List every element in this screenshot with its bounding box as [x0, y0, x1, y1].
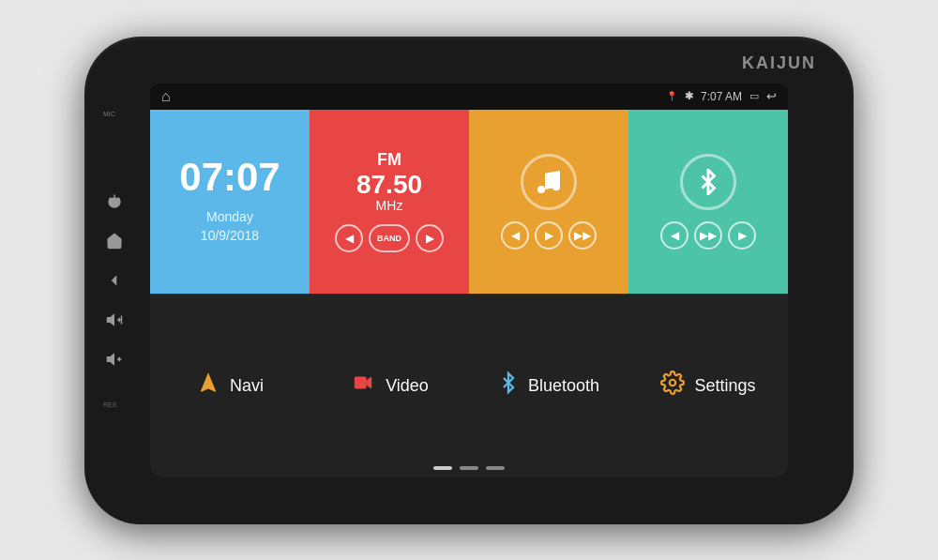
bt-prev-button[interactable]: ◀ — [660, 221, 688, 250]
radio-controls: ◀ BAND ▶ — [335, 224, 444, 252]
bt-next-button[interactable]: ▶ — [728, 221, 756, 250]
volume-down-button[interactable] — [103, 348, 126, 371]
video-content: Video — [350, 372, 429, 399]
back-button[interactable] — [103, 269, 126, 292]
clock-time: 07:07 — [179, 158, 280, 197]
bluetooth-bottom-tile[interactable]: Bluetooth — [469, 294, 628, 477]
bt-next-skip-button[interactable]: ▶▶ — [694, 221, 722, 250]
clock-tile[interactable]: 07:07 Monday 10/9/2018 — [150, 110, 310, 294]
radio-prev-button[interactable]: ◀ — [335, 224, 363, 252]
settings-content: Settings — [660, 371, 755, 401]
nav-dot-1[interactable] — [433, 466, 452, 470]
battery-icon: ▭ — [749, 90, 759, 102]
nav-dots — [433, 466, 505, 470]
side-controls: MIC — [103, 190, 126, 371]
car-stereo-device: KAIJUN MIC — [84, 37, 854, 524]
radio-band-button[interactable]: BAND — [369, 224, 410, 252]
bluetooth-status-icon: ✱ — [685, 90, 693, 102]
music-tile[interactable]: ◀ ▶ ▶▶ — [469, 110, 628, 294]
music-prev-button[interactable]: ◀ — [501, 221, 529, 250]
bluetooth-top-icon — [680, 154, 736, 210]
status-right: 📍 ✱ 7:07 AM ▭ ↩ — [666, 89, 777, 103]
svg-point-11 — [670, 380, 676, 386]
back-nav-icon: ↩ — [766, 89, 777, 103]
music-next-button[interactable]: ▶▶ — [568, 221, 597, 250]
radio-frequency: 87.50 — [356, 172, 422, 198]
nav-dot-2[interactable] — [460, 466, 478, 470]
main-grid: 07:07 Monday 10/9/2018 FM 87.50 MHz ◀ BA… — [150, 110, 788, 477]
settings-label: Settings — [694, 376, 755, 396]
video-label: Video — [386, 376, 429, 396]
home-button[interactable] — [103, 230, 126, 252]
svg-marker-0 — [108, 314, 114, 325]
svg-point-7 — [537, 186, 545, 193]
bluetooth-bottom-content: Bluetooth — [498, 370, 599, 401]
svg-marker-4 — [108, 354, 114, 364]
radio-next-button[interactable]: ▶ — [416, 224, 444, 252]
music-icon — [521, 154, 577, 210]
svg-rect-9 — [355, 377, 367, 389]
navi-icon — [196, 371, 220, 401]
radio-band-label: FM — [377, 150, 401, 170]
mic-label: MIC — [103, 111, 115, 117]
status-time: 7:07 AM — [701, 90, 742, 103]
location-icon: 📍 — [666, 91, 677, 101]
music-controls: ◀ ▶ ▶▶ — [501, 221, 597, 250]
screen: ⌂ 📍 ✱ 7:07 AM ▭ ↩ 07:07 Monday 10/9/2018 — [150, 83, 788, 477]
bluetooth-top-tile[interactable]: ◀ ▶▶ ▶ — [628, 110, 788, 294]
home-icon: ⌂ — [161, 88, 171, 105]
radio-unit: MHz — [376, 198, 403, 213]
nav-dot-3[interactable] — [486, 466, 505, 470]
video-tile[interactable]: Video — [310, 294, 469, 477]
clock-date: Monday 10/9/2018 — [201, 208, 259, 245]
bluetooth-bottom-icon — [498, 370, 519, 401]
power-button[interactable] — [103, 190, 126, 213]
bluetooth-top-controls: ◀ ▶▶ ▶ — [660, 221, 756, 250]
video-icon — [350, 372, 376, 399]
svg-marker-10 — [367, 377, 372, 389]
svg-point-8 — [552, 183, 560, 190]
radio-tile[interactable]: FM 87.50 MHz ◀ BAND ▶ — [310, 110, 469, 294]
volume-up-button[interactable] — [103, 309, 126, 331]
navi-content: Navi — [196, 371, 264, 401]
settings-icon — [660, 371, 685, 401]
brand-label: KAIJUN — [742, 53, 816, 73]
music-play-button[interactable]: ▶ — [535, 221, 563, 250]
res-label: RES — [103, 401, 116, 408]
navi-tile[interactable]: Navi — [150, 294, 310, 477]
navi-label: Navi — [230, 376, 264, 396]
bluetooth-bottom-label: Bluetooth — [528, 376, 599, 396]
settings-tile[interactable]: Settings — [628, 294, 788, 477]
status-bar: ⌂ 📍 ✱ 7:07 AM ▭ ↩ — [150, 83, 788, 110]
